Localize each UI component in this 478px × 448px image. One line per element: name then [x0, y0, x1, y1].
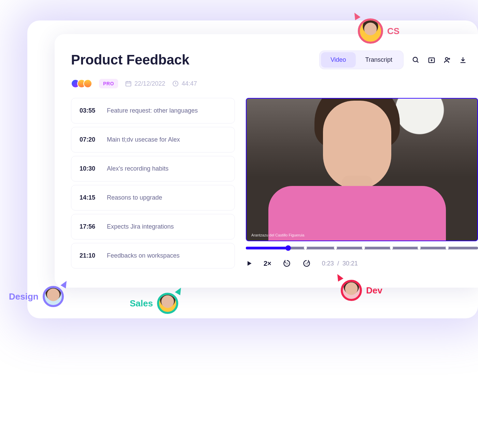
highlight-item[interactable]: 03:55 Feature request: other languages: [71, 98, 235, 124]
highlight-time: 03:55: [80, 107, 99, 114]
add-folder-icon[interactable]: [427, 56, 436, 64]
highlight-text: Reasons to upgrade: [107, 194, 162, 201]
speaker-caption: Arantzazu del Castillo Figueruia: [251, 233, 304, 237]
highlight-time: 21:10: [80, 252, 99, 259]
pro-badge: PRO: [99, 79, 118, 88]
download-icon[interactable]: [459, 56, 467, 64]
tab-video[interactable]: Video: [321, 52, 356, 68]
highlight-time: 17:56: [80, 223, 99, 230]
calendar-icon: [125, 80, 132, 87]
highlight-text: Expects Jira integrations: [107, 223, 174, 230]
svg-text:10: 10: [285, 262, 288, 265]
clock-icon: [172, 80, 179, 87]
avatar: [157, 293, 178, 314]
play-button[interactable]: [246, 260, 253, 267]
cursor-dev: Dev: [341, 280, 382, 301]
cursor-design: Design: [9, 286, 64, 307]
highlight-item[interactable]: 07:20 Main tl;dv usecase for Alex: [71, 127, 235, 153]
highlight-time: 10:30: [80, 165, 99, 172]
highlight-item[interactable]: 17:56 Expects Jira integrations: [71, 214, 235, 240]
highlight-item[interactable]: 21:10 Feedbacks on workspaces: [71, 243, 235, 269]
cursor-sales: Sales: [130, 293, 178, 314]
svg-point-5: [446, 57, 448, 60]
highlight-text: Main tl;dv usecase for Alex: [107, 136, 180, 143]
avatar: [358, 18, 383, 44]
add-user-icon[interactable]: [443, 56, 451, 64]
page-title: Product Feedback: [71, 52, 189, 68]
highlight-time: 07:20: [80, 136, 99, 143]
highlight-text: Alex's recording habits: [107, 165, 169, 172]
view-tabs: Video Transcript: [319, 50, 404, 69]
search-icon[interactable]: [412, 56, 420, 64]
video-controls: 2× 10 10 0:23 / 30:21: [246, 259, 478, 268]
svg-point-0: [413, 57, 418, 61]
highlight-text: Feedbacks on workspaces: [107, 252, 180, 259]
forward-10-button[interactable]: 10: [302, 259, 311, 268]
video-player[interactable]: Arantzazu del Castillo Figueruia: [246, 98, 478, 241]
duration-display: 44:47: [172, 80, 197, 87]
svg-text:10: 10: [305, 262, 308, 265]
video-scrubber[interactable]: [246, 245, 478, 251]
time-display: 0:23 / 30:21: [322, 260, 358, 267]
highlight-text: Feature request: other languages: [107, 107, 198, 114]
scrubber-handle[interactable]: [285, 245, 291, 251]
meta-row: PRO 22/12/2022 44:47: [71, 79, 478, 88]
date-display: 22/12/2022: [125, 80, 165, 87]
avatar: [341, 280, 362, 301]
video-panel: Arantzazu del Castillo Figueruia 2×: [246, 98, 478, 269]
highlight-item[interactable]: 14:15 Reasons to upgrade: [71, 185, 235, 211]
rewind-10-button[interactable]: 10: [282, 259, 291, 268]
highlight-time: 14:15: [80, 194, 99, 201]
cursor-cs: CS: [358, 18, 399, 44]
app-window: Product Feedback Video Transcript: [55, 34, 478, 288]
highlights-list: 03:55 Feature request: other languages 0…: [71, 98, 235, 269]
tab-transcript[interactable]: Transcript: [356, 52, 402, 68]
avatar: [43, 286, 64, 307]
playback-speed[interactable]: 2×: [264, 260, 271, 268]
svg-line-1: [417, 61, 419, 62]
svg-rect-8: [126, 82, 131, 86]
participant-avatars[interactable]: [71, 79, 92, 88]
header: Product Feedback Video Transcript: [71, 50, 478, 69]
highlight-item[interactable]: 10:30 Alex's recording habits: [71, 156, 235, 182]
